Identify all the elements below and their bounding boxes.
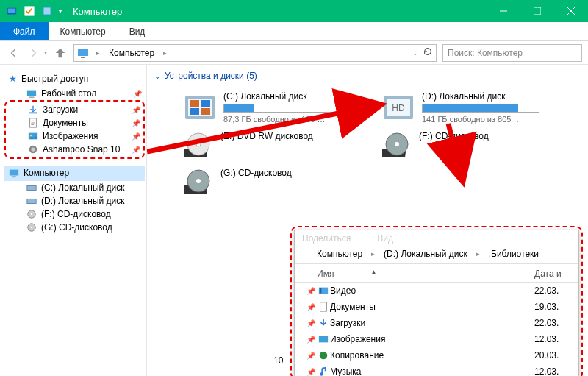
item-date: 19.03. xyxy=(534,302,571,312)
breadcrumb-part[interactable]: .Библиотеки xyxy=(489,249,539,259)
svg-point-13 xyxy=(30,135,32,137)
sidebar-item-drive-f[interactable]: (F:) CD-дисковод xyxy=(4,207,145,221)
chevron-right-icon: ▸ xyxy=(367,250,379,258)
drive-title: (E:) DVD RW дисковод xyxy=(220,131,313,141)
ribbon-file-tab[interactable]: Файл xyxy=(0,22,49,40)
svg-rect-27 xyxy=(201,100,210,107)
svg-rect-5 xyxy=(534,7,541,15)
download-icon xyxy=(28,104,38,115)
refresh-icon[interactable] xyxy=(423,46,433,59)
sidebar-item-label: (D:) Локальный диск xyxy=(41,196,125,206)
breadcrumb-part[interactable]: Компьютер xyxy=(317,249,362,259)
qat-properties-icon[interactable] xyxy=(41,5,53,17)
history-dropdown-icon[interactable]: ▾ xyxy=(44,49,47,56)
quick-access-label: Быстрый доступ xyxy=(21,74,88,84)
close-button[interactable] xyxy=(554,0,588,22)
svg-rect-18 xyxy=(27,185,36,190)
sidebar-item-ashampoo[interactable]: Ashampoo Snap 10 📌 xyxy=(6,143,143,156)
sidebar-item-label: (C:) Локальный диск xyxy=(41,182,125,193)
maximize-button[interactable] xyxy=(520,0,554,22)
qat-dropdown-icon[interactable]: ▾ xyxy=(59,8,62,15)
item-name: Копирование xyxy=(330,350,534,361)
pin-icon: 📌 xyxy=(133,90,142,98)
disc-tray-icon xyxy=(382,131,412,160)
qat-checkbox-icon[interactable] xyxy=(24,5,35,17)
search-input[interactable]: Поиск: Компьютер xyxy=(442,44,582,62)
svg-rect-8 xyxy=(27,91,36,96)
minimize-button[interactable] xyxy=(487,0,520,22)
col-name[interactable]: Имя xyxy=(317,269,334,279)
sidebar-item-label: Рабочий стол xyxy=(41,88,96,99)
titlebar: ▾ Компьютер xyxy=(0,0,588,22)
document-icon xyxy=(28,118,38,128)
svg-rect-17 xyxy=(12,176,15,177)
drive-title: (D:) Локальный диск xyxy=(422,91,539,102)
sidebar-item-label: Документы xyxy=(43,118,88,128)
sidebar-quick-access[interactable]: ★ Быстрый доступ xyxy=(4,72,145,87)
chevron-right-icon[interactable]: ▸ xyxy=(92,49,104,57)
sidebar-item-pictures[interactable]: Изображения 📌 xyxy=(6,130,143,143)
pin-icon: 📌 xyxy=(306,319,317,327)
sidebar-computer[interactable]: Компьютер xyxy=(4,166,145,181)
column-headers[interactable]: Имя ▲ Дата и xyxy=(295,264,578,282)
svg-rect-26 xyxy=(190,100,199,107)
back-button[interactable] xyxy=(6,45,22,61)
navigation-pane: ★ Быстрый доступ Рабочий стол 📌 Загрузки… xyxy=(0,65,147,376)
drive-title: (C:) Локальный диск xyxy=(223,91,341,102)
svg-point-21 xyxy=(31,213,33,216)
disc-tray-icon xyxy=(184,168,213,197)
ribbon: Файл Компьютер Вид xyxy=(0,22,588,41)
sidebar-item-documents[interactable]: Документы 📌 xyxy=(6,116,143,130)
breadcrumb-computer[interactable]: Компьютер xyxy=(107,48,156,58)
window-title: Компьютер xyxy=(73,6,122,17)
drive-f[interactable]: (F:) CD-дисковод xyxy=(382,131,551,160)
item-date: 12.03. xyxy=(534,366,571,376)
address-dropdown-icon[interactable]: ⌄ xyxy=(412,49,418,57)
ribbon-tab-view[interactable]: Вид xyxy=(118,22,157,40)
list-item[interactable]: 📌Копирование20.03. xyxy=(306,347,571,363)
desktop-icon xyxy=(26,88,37,99)
section-header[interactable]: ⌄ Устройства и диски (5) xyxy=(153,71,588,81)
sidebar-item-label: Загрузки xyxy=(43,104,78,115)
drive-e[interactable]: (E:) DVD RW дисковод xyxy=(184,131,353,160)
list-item[interactable]: 📌Видео22.03. xyxy=(306,283,571,299)
item-name: Загрузки xyxy=(330,318,534,328)
disc-icon xyxy=(26,222,37,233)
list-item[interactable]: 📌Музыка12.03. xyxy=(306,363,571,376)
item-name: Документы xyxy=(330,302,534,312)
download-icon xyxy=(317,318,330,328)
chevron-right-icon[interactable]: ▸ xyxy=(159,49,171,57)
breadcrumb-part[interactable]: (D:) Локальный диск xyxy=(384,249,467,259)
svg-rect-4 xyxy=(44,8,51,15)
col-date[interactable]: Дата и xyxy=(534,269,578,279)
forward-button[interactable] xyxy=(25,45,41,61)
svg-rect-1 xyxy=(8,9,16,13)
address-bar[interactable]: ▸ Компьютер ▸ ⌄ xyxy=(74,44,437,62)
svg-rect-16 xyxy=(10,170,18,176)
inset-ghost-tab: Поделиться xyxy=(302,233,351,244)
inset-breadcrumb[interactable]: Компьютер ▸ (D:) Локальный диск ▸ .Библи… xyxy=(295,244,578,263)
drive-d[interactable]: HD (D:) Локальный диск 141 ГБ свободно и… xyxy=(382,91,551,124)
sidebar-item-drive-c[interactable]: (C:) Локальный диск xyxy=(4,181,145,194)
drive-g[interactable]: (G:) CD-дисковод xyxy=(184,168,353,197)
sidebar-item-label: Изображения xyxy=(43,131,98,141)
pin-icon: 📌 xyxy=(306,336,317,344)
inset-ghost-tab: Вид xyxy=(377,233,393,244)
sidebar-item-drive-g[interactable]: (G:) CD-дисковод xyxy=(4,221,145,234)
ribbon-tab-computer[interactable]: Компьютер xyxy=(49,22,118,40)
up-button[interactable] xyxy=(53,46,68,60)
svg-point-23 xyxy=(31,227,33,229)
drive-icon xyxy=(26,182,37,193)
item-date: 22.03. xyxy=(534,318,571,328)
sidebar-item-downloads[interactable]: Загрузки 📌 xyxy=(6,103,143,116)
list-item[interactable]: 📌Изображения12.03. xyxy=(306,331,571,347)
svg-rect-10 xyxy=(29,113,37,114)
sidebar-item-drive-d[interactable]: (D:) Локальный диск xyxy=(4,194,145,207)
item-name: Видео xyxy=(330,285,534,296)
pin-icon: 📌 xyxy=(132,146,140,154)
sidebar-item-desktop[interactable]: Рабочий стол 📌 xyxy=(4,87,145,100)
list-item[interactable]: 📌Документы19.03. xyxy=(306,299,571,315)
svg-rect-44 xyxy=(320,302,327,311)
drive-c[interactable]: (C:) Локальный диск 87,3 ГБ свободно из … xyxy=(184,91,353,124)
list-item[interactable]: 📌Загрузки22.03. xyxy=(306,315,571,331)
